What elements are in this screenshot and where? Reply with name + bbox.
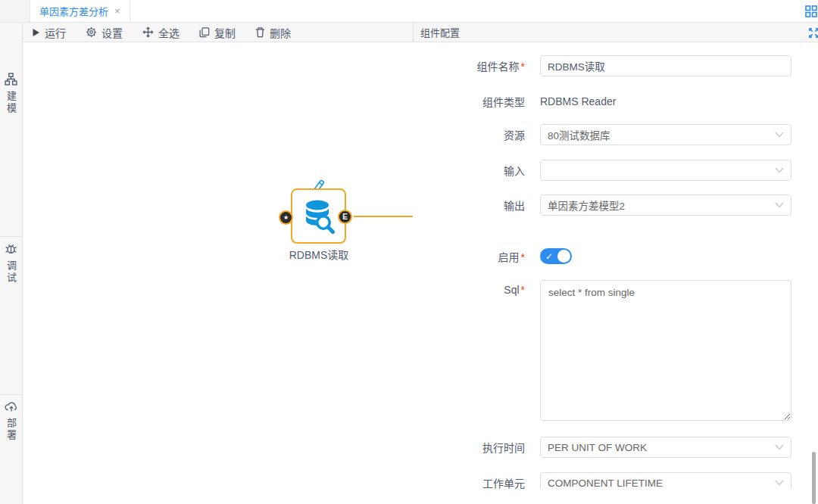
chevron-down-icon — [775, 202, 784, 208]
output-port[interactable]: E — [338, 210, 352, 224]
select-all-label: 全选 — [158, 25, 180, 40]
exec-time-select-value: PER UNIT OF WORK — [548, 442, 647, 453]
trash-icon — [255, 26, 265, 38]
input-select[interactable] — [540, 160, 791, 181]
field-label: 启用* — [413, 249, 525, 264]
star-icon: ★ — [283, 214, 289, 221]
vertical-scrollbar[interactable] — [812, 452, 816, 504]
sidebar-section-deploy: 部署 — [0, 395, 22, 504]
field-row-type: 组件类型 RDBMS Reader — [413, 94, 818, 109]
field-label: 输入 — [413, 163, 525, 178]
sidebar-section-modeling: 建模 — [0, 23, 22, 237]
sidebar-section-debug: 调试 — [0, 237, 22, 395]
settings-label: 设置 — [101, 25, 123, 40]
sidebar-item-label: 建模 — [4, 91, 18, 115]
node-label: RDBMS读取 — [262, 247, 376, 262]
field-label: 输出 — [413, 198, 525, 213]
work-unit-select[interactable]: COMPONENT LIFETIME — [540, 472, 791, 489]
left-sidebar: 建模 调试 — [0, 23, 23, 504]
settings-button[interactable]: 设置 — [86, 25, 123, 40]
resource-select[interactable]: 80测试数据库 — [540, 124, 791, 145]
run-label: 运行 — [45, 25, 66, 40]
second-row: 运行 设置 全选 — [0, 23, 818, 42]
resource-select-value: 80测试数据库 — [548, 127, 610, 142]
field-label: 执行时间 — [413, 440, 525, 455]
copy-label: 复制 — [214, 25, 236, 40]
field-row-exec-time: 执行时间 PER UNIT OF WORK — [413, 437, 818, 458]
expand-icon[interactable] — [808, 27, 818, 39]
enabled-toggle[interactable]: ✓ — [540, 248, 572, 264]
component-config-panel: 组件名称* 组件类型 RDBMS Reader 资源 80测试数据库 输入 — [413, 42, 818, 489]
copy-icon — [199, 26, 210, 38]
tab-bar: 单因素方差分析 × — [0, 0, 818, 23]
field-row-enabled: 启用* ✓ — [413, 248, 818, 264]
exec-time-select[interactable]: PER UNIT OF WORK — [540, 437, 791, 458]
gear-icon — [86, 26, 97, 38]
chevron-down-icon — [775, 167, 784, 173]
delete-button[interactable]: 删除 — [255, 25, 291, 40]
delete-label: 删除 — [270, 25, 291, 40]
tab-bar-spacer — [130, 0, 805, 22]
app-window: 单因素方差分析 × 运行 — [0, 0, 818, 504]
field-row-work-unit: 工作单元 COMPONENT LIFETIME — [413, 472, 818, 489]
field-label: 组件名称* — [413, 58, 525, 73]
cloud-upload-icon — [5, 400, 18, 412]
grid-layout-icon[interactable] — [805, 0, 818, 22]
field-row-name: 组件名称* — [413, 55, 818, 76]
close-icon[interactable]: × — [114, 6, 120, 16]
output-select[interactable]: 单因素方差模型2 — [540, 194, 791, 216]
field-row-sql: Sql* select * from single — [413, 280, 818, 421]
sidebar-item-modeling[interactable]: 建模 — [4, 73, 18, 115]
move-cross-icon — [142, 26, 154, 38]
tab-bar-corner — [0, 0, 30, 22]
select-all-button[interactable]: 全选 — [142, 25, 180, 40]
required-mark: * — [521, 284, 525, 296]
sidebar-item-debug[interactable]: 调试 — [4, 242, 18, 285]
required-mark: * — [521, 251, 525, 263]
connector-edge[interactable] — [354, 216, 413, 217]
field-row-output: 输出 单因素方差模型2 — [413, 194, 818, 216]
run-button[interactable]: 运行 — [32, 25, 66, 40]
canvas-toolbar: 运行 设置 全选 — [23, 23, 413, 42]
work-unit-select-value: COMPONENT LIFETIME — [548, 478, 663, 489]
chevron-down-icon — [775, 480, 784, 486]
tab-anova[interactable]: 单因素方差分析 × — [30, 0, 130, 22]
toggle-knob — [557, 250, 570, 263]
copy-button[interactable]: 复制 — [199, 25, 236, 40]
field-label: 工作单元 — [413, 475, 525, 489]
field-label: Sql* — [413, 280, 525, 296]
sidebar-item-label: 部署 — [4, 418, 18, 442]
field-label: 资源 — [413, 127, 525, 142]
hierarchy-icon — [5, 73, 17, 86]
required-mark: * — [521, 61, 525, 73]
output-port-label: E — [342, 213, 348, 221]
tab-label: 单因素方差分析 — [39, 4, 108, 18]
component-type-value: RDBMS Reader — [540, 95, 616, 107]
workflow-canvas[interactable]: ★ E RDBMS读取 — [23, 42, 413, 504]
chevron-down-icon — [775, 444, 784, 450]
field-row-input: 输入 — [413, 160, 818, 181]
sidebar-item-deploy[interactable]: 部署 — [4, 400, 18, 442]
check-icon: ✓ — [545, 251, 553, 262]
sql-textarea[interactable]: select * from single — [540, 280, 791, 421]
sidebar-item-label: 调试 — [4, 260, 18, 285]
bug-icon — [5, 242, 17, 255]
panel-header: 组件配置 — [413, 23, 818, 42]
database-search-icon — [301, 198, 336, 235]
component-name-input[interactable] — [540, 55, 791, 76]
output-select-value: 单因素方差模型2 — [548, 198, 625, 213]
panel-title: 组件配置 — [420, 25, 460, 39]
field-row-resource: 资源 80测试数据库 — [413, 124, 818, 145]
input-port[interactable]: ★ — [279, 210, 293, 225]
play-icon — [32, 28, 40, 37]
chevron-down-icon — [775, 132, 784, 138]
field-label: 组件类型 — [413, 94, 525, 109]
